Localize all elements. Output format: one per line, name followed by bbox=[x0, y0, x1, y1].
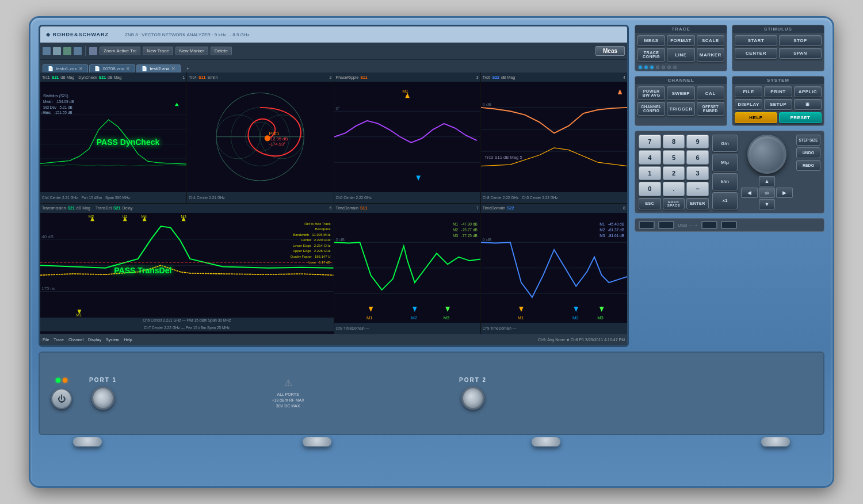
svg-text:M1: M1 bbox=[517, 315, 524, 320]
scale-btn[interactable]: SCALE bbox=[697, 35, 724, 46]
svg-text:M2: M2 bbox=[572, 315, 579, 320]
nav-right-btn[interactable]: ▶ bbox=[776, 188, 793, 198]
power-bw-avg-btn[interactable]: POWER BW AVG bbox=[637, 86, 665, 100]
new-trace-btn[interactable]: New Trace bbox=[143, 47, 173, 55]
tab-new[interactable]: + bbox=[182, 65, 194, 72]
offset-embed-btn[interactable]: OFFSET EMBED bbox=[697, 102, 724, 116]
rotary-knob[interactable] bbox=[747, 135, 786, 174]
key-dot[interactable]: . bbox=[663, 182, 685, 196]
undo-btn[interactable]: UNDO bbox=[796, 147, 820, 158]
menu-trace[interactable]: Trace bbox=[54, 338, 64, 342]
preset-btn[interactable]: PRESET bbox=[779, 112, 822, 123]
display-btn[interactable]: DISPLAY bbox=[735, 99, 762, 110]
chart-4-header: Trc6 S22 dB Mag 4 bbox=[481, 72, 627, 82]
channel-config-btn[interactable]: CHANNEL CONFIG bbox=[637, 102, 665, 116]
format-btn[interactable]: FORMAT bbox=[667, 35, 694, 46]
chart-6-header: TimeDomain S11 7 bbox=[334, 204, 480, 213]
help-btn[interactable]: HELP bbox=[735, 112, 777, 123]
nav-ok-btn[interactable]: ok bbox=[759, 188, 776, 198]
nav-icon[interactable] bbox=[74, 47, 82, 55]
svg-text:M3: M3 bbox=[181, 214, 187, 218]
tab-2[interactable]: 📄 testi2.znx ✕ bbox=[136, 64, 181, 72]
backspace-btn[interactable]: BACK SPACE bbox=[663, 198, 685, 209]
key-9[interactable]: 9 bbox=[686, 135, 709, 148]
fn-gn[interactable]: G/n bbox=[712, 135, 738, 152]
trigger-btn[interactable]: TRIGGER bbox=[667, 102, 694, 116]
menu-display[interactable]: Display bbox=[88, 338, 101, 342]
sweep-btn[interactable]: SWEEP bbox=[667, 86, 694, 100]
span-btn[interactable]: SPAN bbox=[779, 48, 822, 59]
chart-6: TimeDomain S11 7 M1 -47.80 dB M2 -75.77 … bbox=[334, 204, 480, 334]
power-btn[interactable]: ⏻ bbox=[51, 388, 72, 409]
system-title: SYSTEM bbox=[732, 77, 824, 84]
stop-btn[interactable]: STOP bbox=[779, 35, 822, 46]
key-0[interactable]: 0 bbox=[639, 182, 661, 196]
key-4[interactable]: 4 bbox=[639, 150, 661, 164]
chart-1-footer: Ch4 Center 2.21 GHz Pwr 15 dBm Span 500 … bbox=[40, 192, 186, 203]
folder-icon[interactable] bbox=[53, 47, 61, 55]
chart-3-header: PhaseRipple S11 3 bbox=[334, 72, 480, 82]
file-icon[interactable] bbox=[43, 47, 51, 55]
key-5[interactable]: 5 bbox=[663, 150, 685, 164]
svg-text:40 dB: 40 dB bbox=[41, 234, 54, 239]
file-btn[interactable]: FILE bbox=[735, 86, 762, 97]
nav-down-btn[interactable]: ▼ bbox=[759, 199, 776, 209]
zoom-icon[interactable] bbox=[89, 47, 97, 55]
channel-title: CHANNEL bbox=[635, 77, 727, 84]
menu-channel[interactable]: Channel bbox=[68, 338, 83, 342]
meas-panel-btn[interactable]: MEAS bbox=[637, 35, 665, 46]
delete-btn[interactable]: Delete bbox=[211, 47, 232, 55]
key-minus[interactable]: − bbox=[686, 182, 709, 196]
chart-1: Trc1 S21 dB Mag DynCheck S21 dB Mag 1 St… bbox=[40, 72, 186, 203]
trace-config-btn[interactable]: TRACE CONFIG bbox=[637, 48, 665, 62]
usb-port-3 bbox=[701, 221, 717, 229]
svg-text:Trc3 S11 dB Mag  5: Trc3 S11 dB Mag 5 bbox=[484, 155, 522, 160]
menu-file[interactable]: File bbox=[43, 338, 49, 342]
key-6[interactable]: 6 bbox=[686, 150, 709, 164]
tab-0[interactable]: 📄 testn1.znx ✕ bbox=[43, 64, 88, 72]
start-btn[interactable]: START bbox=[735, 35, 777, 46]
nav-left-btn[interactable]: ◀ bbox=[741, 188, 758, 198]
chart-3-svg: 0° M1 bbox=[334, 82, 480, 192]
svg-text:M1: M1 bbox=[402, 89, 408, 94]
new-marker-btn[interactable]: New Marker bbox=[175, 47, 208, 55]
fn-km[interactable]: k/m bbox=[712, 173, 738, 190]
setup-btn[interactable]: SETUP bbox=[764, 99, 792, 110]
fn-mu[interactable]: M/μ bbox=[712, 154, 738, 171]
key-3[interactable]: 3 bbox=[686, 166, 709, 180]
center-btn[interactable]: CENTER bbox=[735, 48, 777, 59]
bottom-section: ⏻ PORT 1 ⚠ ALL PORTS +13 dBm RF MAX 30V … bbox=[39, 352, 824, 435]
key-7[interactable]: 7 bbox=[639, 135, 661, 148]
marker-btn[interactable]: MARKER bbox=[697, 48, 724, 62]
chart-7-markers: M1 -45.40 dB M2 -61.37 dB M3 -81.61 dB bbox=[599, 222, 624, 239]
tab-1[interactable]: 📄 00708.znx ✕ bbox=[89, 64, 135, 72]
nav-up-btn[interactable]: ▲ bbox=[759, 176, 776, 186]
instrument-body: ◈ ROHDE&SCHWARZ ZNB 8 · VECTOR NETWORK A… bbox=[29, 16, 834, 488]
print-btn[interactable]: PRINT bbox=[764, 86, 792, 97]
esc-btn[interactable]: ESC bbox=[639, 198, 661, 209]
menu-system[interactable]: System bbox=[106, 338, 119, 342]
line-btn[interactable]: LINE bbox=[667, 48, 694, 62]
fn-x1[interactable]: x1 bbox=[712, 192, 738, 209]
windows-btn[interactable]: ⊞ bbox=[794, 99, 822, 110]
svg-text:M2: M2 bbox=[411, 315, 417, 320]
redo-btn[interactable]: REDO bbox=[796, 160, 820, 171]
meas-btn[interactable]: Meas bbox=[595, 46, 625, 56]
chart-2-header: Trc4 S11 Smith 2 bbox=[187, 72, 333, 82]
svg-text:M2: M2 bbox=[89, 214, 94, 218]
key-1[interactable]: 1 bbox=[639, 166, 661, 180]
step-size-btn[interactable]: STEP SIZE bbox=[796, 135, 820, 146]
key-8[interactable]: 8 bbox=[663, 135, 685, 148]
dot-7 bbox=[673, 66, 677, 69]
applic-btn[interactable]: APPLIC bbox=[794, 86, 822, 97]
cal-btn[interactable]: CAL bbox=[697, 86, 724, 100]
key-2[interactable]: 2 bbox=[663, 166, 685, 180]
zoom-btn[interactable]: Zoom Active Trc bbox=[100, 47, 140, 55]
save-icon[interactable] bbox=[63, 47, 71, 55]
chart-5-canvas: Ref to Max Track Bandpass Bandwidth 11.9… bbox=[40, 213, 334, 318]
menu-help[interactable]: Help bbox=[124, 338, 132, 342]
enter-btn[interactable]: ENTER bbox=[686, 198, 709, 209]
channel-section: CHANNEL POWER BW AVG SWEEP CAL CHANNEL C… bbox=[635, 76, 727, 126]
chart-4-footer: Ch8 Center 2.22 GHz Ch5 Center 2.22 GHz bbox=[481, 192, 627, 203]
led-row bbox=[56, 378, 67, 383]
